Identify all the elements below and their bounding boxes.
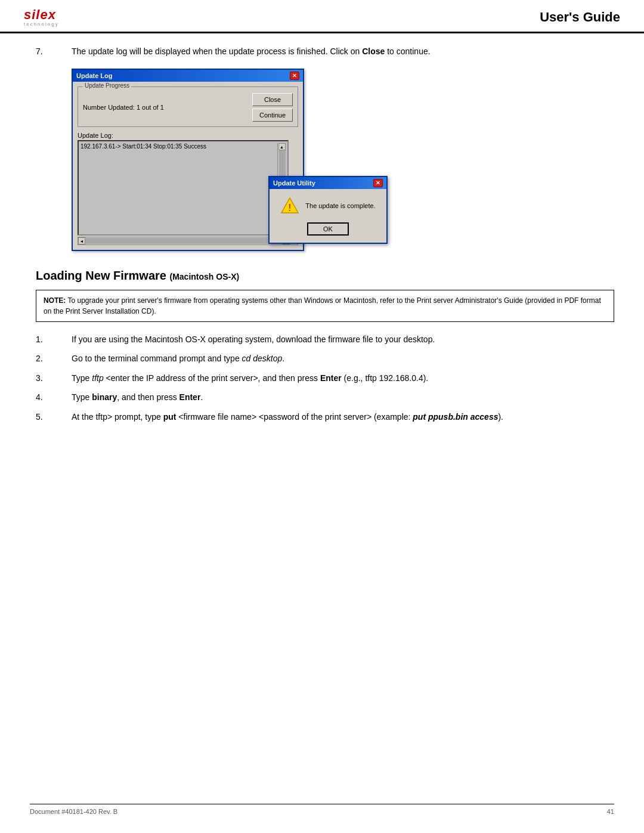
page-title: User's Guide bbox=[540, 10, 620, 25]
log-bottom-row: ◄ ► bbox=[78, 236, 298, 245]
update-log-label: Update Log: bbox=[78, 132, 298, 139]
scroll-left-arrow[interactable]: ◄ bbox=[78, 237, 85, 244]
progress-legend: Update Progress bbox=[83, 82, 131, 89]
update-utility-body: ! The update is complete. OK bbox=[270, 189, 386, 243]
scroll-track-h bbox=[85, 238, 282, 244]
log-horizontal-scrollbar[interactable]: ◄ ► bbox=[78, 237, 290, 245]
popup-message-text: The update is complete. bbox=[305, 202, 375, 209]
step-2-content: Go to the terminal command prompt and ty… bbox=[72, 352, 614, 365]
section-heading: Loading New Firmware (Macintosh OS-X) bbox=[36, 269, 614, 283]
update-log-title: Update Log bbox=[76, 72, 113, 79]
step-5-content: At the tftp> prompt, type put <firmware … bbox=[72, 410, 614, 423]
logo-area: silex technology bbox=[24, 7, 59, 27]
number-updated-label: Number Updated: bbox=[83, 104, 135, 111]
step-3-content: Type tftp <enter the IP address of the p… bbox=[72, 371, 614, 385]
footer-right: 41 bbox=[607, 808, 614, 815]
number-updated-section: Number Updated: 1 out of 1 bbox=[83, 104, 164, 111]
page-header: silex technology User's Guide bbox=[0, 0, 644, 33]
popup-message-row: ! The update is complete. bbox=[280, 196, 375, 215]
svg-text:!: ! bbox=[289, 203, 292, 213]
footer-left: Document #40181-420 Rev. B bbox=[30, 808, 117, 815]
step-7-paragraph: 7. The update log will be displayed when… bbox=[36, 45, 614, 58]
log-area-wrapper: 192.167.3.61-> Start:01:34 Stop:01:35 Su… bbox=[78, 140, 298, 245]
progress-buttons: Close Continue bbox=[252, 93, 293, 122]
scroll-up-arrow[interactable]: ▲ bbox=[278, 143, 286, 150]
log-text-content: 192.167.3.61-> Start:01:34 Stop:01:35 Su… bbox=[80, 143, 277, 233]
step-3-num: 3. bbox=[36, 371, 72, 385]
logo-sub: technology bbox=[24, 21, 59, 27]
logo-text: silex bbox=[24, 7, 56, 23]
screenshot-area: Update Log ✕ Update Progress Number Upda… bbox=[72, 69, 614, 251]
update-utility-close-icon[interactable]: ✕ bbox=[373, 179, 383, 187]
list-item: 1. If you are using the Macintosh OS-X o… bbox=[36, 333, 614, 346]
list-item: 4. Type binary, and then press Enter. bbox=[36, 391, 614, 404]
note-box: NOTE: To upgrade your print server's fir… bbox=[36, 290, 614, 322]
main-content: 7. The update log will be displayed when… bbox=[0, 33, 644, 441]
section-heading-sub: (Macintosh OS-X) bbox=[170, 272, 240, 281]
note-text: To upgrade your print server's firmware … bbox=[44, 296, 601, 315]
step-1-num: 1. bbox=[36, 333, 72, 346]
warning-icon: ! bbox=[280, 196, 299, 215]
update-utility-title: Update Utility bbox=[273, 179, 315, 187]
progress-group: Update Progress Number Updated: 1 out of… bbox=[78, 86, 298, 127]
step-7-text: The update log will be displayed when th… bbox=[72, 45, 614, 58]
number-updated-value: 1 out of 1 bbox=[137, 104, 164, 111]
note-label: NOTE: bbox=[44, 296, 66, 305]
close-button[interactable]: Close bbox=[252, 93, 293, 106]
continue-button[interactable]: Continue bbox=[252, 109, 293, 122]
update-utility-titlebar: Update Utility ✕ bbox=[270, 177, 386, 189]
ok-button[interactable]: OK bbox=[307, 222, 349, 236]
update-log-close-icon[interactable]: ✕ bbox=[290, 72, 299, 80]
step-7-number: 7. bbox=[36, 45, 72, 58]
page-footer: Document #40181-420 Rev. B 41 bbox=[30, 804, 614, 815]
step-5-num: 5. bbox=[36, 410, 72, 423]
list-item: 5. At the tftp> prompt, type put <firmwa… bbox=[36, 410, 614, 423]
update-log-titlebar: Update Log ✕ bbox=[73, 70, 303, 82]
step-4-num: 4. bbox=[36, 391, 72, 404]
list-item: 2. Go to the terminal command prompt and… bbox=[36, 352, 614, 365]
log-textarea[interactable]: 192.167.3.61-> Start:01:34 Stop:01:35 Su… bbox=[78, 140, 289, 236]
update-utility-popup: Update Utility ✕ ! The update is complet… bbox=[268, 176, 388, 244]
list-item: 3. Type tftp <enter the IP address of th… bbox=[36, 371, 614, 385]
progress-group-inner: Number Updated: 1 out of 1 Close Continu… bbox=[83, 93, 293, 122]
step-1-content: If you are using the Macintosh OS-X oper… bbox=[72, 333, 614, 346]
step-4-content: Type binary, and then press Enter. bbox=[72, 391, 614, 404]
numbered-steps-list: 1. If you are using the Macintosh OS-X o… bbox=[36, 333, 614, 423]
step-2-num: 2. bbox=[36, 352, 72, 365]
log-area-row: 192.167.3.61-> Start:01:34 Stop:01:35 Su… bbox=[78, 140, 298, 236]
